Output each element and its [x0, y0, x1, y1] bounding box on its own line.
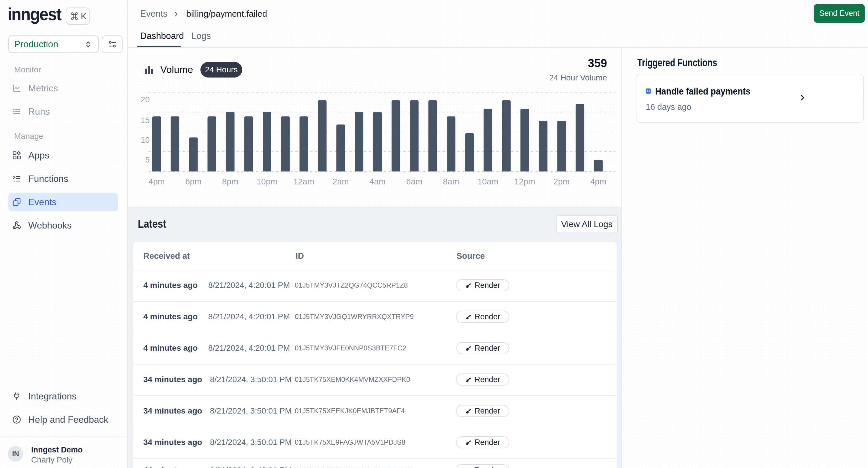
svg-text:5: 5 [145, 155, 150, 164]
svg-text:4pm: 4pm [590, 177, 607, 186]
svg-text:4pm: 4pm [149, 177, 165, 186]
svg-text:10am: 10am [477, 177, 499, 186]
svg-text:12am: 12am [293, 177, 314, 186]
svg-text:6pm: 6pm [185, 177, 201, 186]
svg-text:2am: 2am [333, 177, 349, 186]
svg-text:15: 15 [141, 116, 150, 125]
svg-text:4am: 4am [369, 177, 385, 186]
svg-text:8am: 8am [443, 177, 459, 186]
svg-text:10: 10 [141, 135, 150, 144]
svg-text:6am: 6am [406, 177, 422, 186]
svg-text:20: 20 [141, 95, 150, 104]
svg-text:2pm: 2pm [553, 177, 569, 186]
svg-text:8pm: 8pm [222, 177, 238, 186]
svg-text:12pm: 12pm [514, 177, 535, 186]
svg-text:10pm: 10pm [257, 177, 278, 186]
